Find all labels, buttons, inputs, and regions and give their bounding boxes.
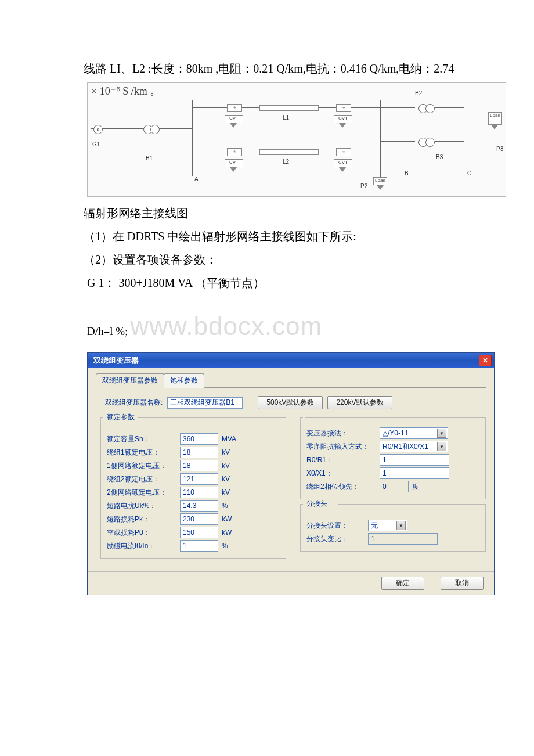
- rated-input[interactable]: 110: [180, 487, 218, 498]
- paragraph-line-params: 线路 LI、L2 :长度：80km ,电阻：0.21 Q/km,电抗：0.416…: [46, 58, 499, 79]
- rated-input[interactable]: 14.3: [180, 500, 218, 512]
- rated-unit: kV: [222, 488, 239, 496]
- dialog-titlebar[interactable]: 双绕组变压器 ✕: [88, 353, 494, 368]
- ok-button[interactable]: 确定: [381, 577, 424, 590]
- rated-label: 励磁电流I0/In：: [107, 541, 176, 551]
- rated-input[interactable]: 360: [180, 433, 218, 445]
- watermark: www.bdocx.com: [130, 312, 322, 341]
- rated-unit: %: [222, 542, 239, 550]
- rated-label: 2侧网络额定电压：: [107, 488, 176, 498]
- label-b2: B2: [415, 90, 422, 96]
- rated-input[interactable]: 230: [180, 513, 218, 525]
- group-tap: 分接头 分接头设置：无▼分接头变比：1: [300, 504, 486, 552]
- tap-label: 分接头设置：: [306, 521, 365, 531]
- group-rated-legend: 额定参数: [104, 412, 137, 422]
- switch-upper-right: ⏚: [336, 104, 351, 112]
- text-input[interactable]: 1: [380, 467, 449, 479]
- rated-unit: kW: [222, 528, 239, 537]
- rated-input[interactable]: 18: [180, 460, 218, 471]
- conn-label: X0/X1：: [306, 469, 376, 478]
- cvt-upper-right: CVT: [334, 115, 352, 123]
- switch-lower-right: ⏚: [336, 148, 351, 156]
- rated-row: 额定容量Sn：360MVA: [107, 433, 280, 445]
- readonly-field: 0: [380, 481, 409, 492]
- figure-caption: 辐射形网络主接线图: [46, 203, 499, 224]
- rated-row: 绕组1额定电压：18kV: [107, 447, 280, 458]
- rated-unit: kV: [222, 448, 239, 456]
- group-tap-legend: 分接头: [304, 499, 330, 509]
- rated-unit: kV: [222, 475, 239, 483]
- rated-unit: %: [222, 502, 239, 510]
- tap-ratio-field: 1: [368, 533, 438, 545]
- chevron-down-icon: ▼: [396, 521, 406, 530]
- cvt-upper-left: CVT: [225, 115, 243, 123]
- line-l2: [259, 149, 319, 155]
- rated-row: 绕组2额定电压：121kV: [107, 473, 280, 485]
- label-c: C: [467, 170, 471, 177]
- rated-row: 励磁电流I0/In：1%: [107, 540, 280, 552]
- conn-row: R0/R1：1: [306, 454, 479, 466]
- rated-label: 短路电抗Uk%：: [107, 501, 176, 511]
- label-p3: P3: [496, 146, 503, 152]
- conn-label: R0/R1：: [306, 455, 376, 465]
- group-rated: 额定参数 额定容量Sn：360MVA绕组1额定电压：18kV1侧网络额定电压：1…: [100, 417, 286, 559]
- transformer-name-input[interactable]: 三相双绕组变压器B1: [167, 397, 243, 409]
- rated-unit: kV: [222, 462, 239, 470]
- tap-combo[interactable]: 无▼: [368, 520, 407, 531]
- generator-icon: a: [93, 125, 103, 134]
- combo-零序阻抗输入方式：[interactable]: R0/R1和X0/X1▼: [380, 441, 448, 452]
- rated-input[interactable]: 1: [180, 540, 218, 552]
- b2-circle-b: [425, 104, 435, 113]
- cancel-button[interactable]: 取消: [441, 577, 484, 590]
- rated-label: 1侧网络额定电压：: [107, 461, 176, 471]
- rated-row: 空载损耗P0：150kW: [107, 527, 280, 538]
- load-box: Load: [488, 112, 502, 125]
- tab-saturation[interactable]: 饱和参数: [164, 373, 204, 388]
- combo-变压器接法：[interactable]: △/Y0-11▼: [380, 427, 448, 439]
- rated-row: 2侧网络额定电压：110kV: [107, 487, 280, 498]
- rated-label: 额定容量Sn：: [107, 434, 176, 444]
- label-l2: L2: [283, 159, 289, 165]
- label-l1: L1: [283, 114, 289, 121]
- btn-500kv-defaults[interactable]: 500kV默认参数: [258, 396, 323, 409]
- rated-row: 短路电抗Uk%：14.3%: [107, 500, 280, 512]
- rated-unit: MVA: [222, 435, 239, 443]
- chevron-down-icon: ▼: [437, 442, 446, 451]
- transformer-dialog: 双绕组变压器 ✕ 双绕组变压器参数 饱和参数 双绕组变压器名称: 三相双绕组变压…: [87, 352, 495, 595]
- name-label: 双绕组变压器名称:: [105, 398, 163, 408]
- cvt-lower-left: CVT: [225, 159, 243, 167]
- text-input[interactable]: 1: [380, 454, 449, 466]
- g1-spec: G 1： 300+J180M VA （平衡节点）: [87, 272, 499, 293]
- tab-params[interactable]: 双绕组变压器参数: [96, 373, 164, 388]
- label-g1: G1: [92, 141, 100, 147]
- tab-strip: 双绕组变压器参数 饱和参数: [96, 373, 486, 388]
- dialog-title: 双绕组变压器: [93, 355, 139, 366]
- label-b1: B1: [146, 155, 153, 161]
- rated-label: 绕组2额定电压：: [107, 474, 176, 484]
- dh-text: D/h=l %;: [87, 325, 128, 338]
- load-p2: Load: [373, 177, 387, 185]
- label-b: B: [405, 170, 409, 177]
- rated-input[interactable]: 121: [180, 473, 218, 485]
- conn-row: 零序阻抗输入方式：R0/R1和X0/X1▼: [306, 441, 479, 452]
- label-b3: B3: [436, 154, 443, 160]
- fig-unit-expr: × 10⁻⁶ S /km 。: [91, 84, 160, 98]
- rated-input[interactable]: 150: [180, 527, 218, 538]
- conn-row: 绕组2相位领先：0度: [306, 481, 479, 492]
- b3-circle-b: [425, 138, 435, 147]
- rated-label: 空载损耗P0：: [107, 528, 176, 538]
- rated-label: 短路损耗Pk：: [107, 514, 176, 524]
- conn-label: 绕组2相位领先：: [306, 482, 376, 492]
- rated-input[interactable]: 18: [180, 447, 218, 458]
- close-icon: ✕: [482, 357, 488, 364]
- dialog-button-bar: 确定 取消: [88, 571, 494, 595]
- switch-upper-left: ⏚: [227, 104, 242, 112]
- close-button[interactable]: ✕: [479, 355, 492, 366]
- line-l1: [259, 105, 319, 111]
- btn-220kv-defaults[interactable]: 220kV默认参数: [327, 396, 392, 409]
- label-a: A: [194, 176, 199, 182]
- switch-lower-left: ⏚: [227, 148, 242, 156]
- b1-circle-right: [150, 125, 160, 134]
- step-1: （1）在 DDRTS 中绘出辐射形网络主接线图如下所示:: [46, 226, 499, 247]
- rated-unit: kW: [222, 515, 239, 523]
